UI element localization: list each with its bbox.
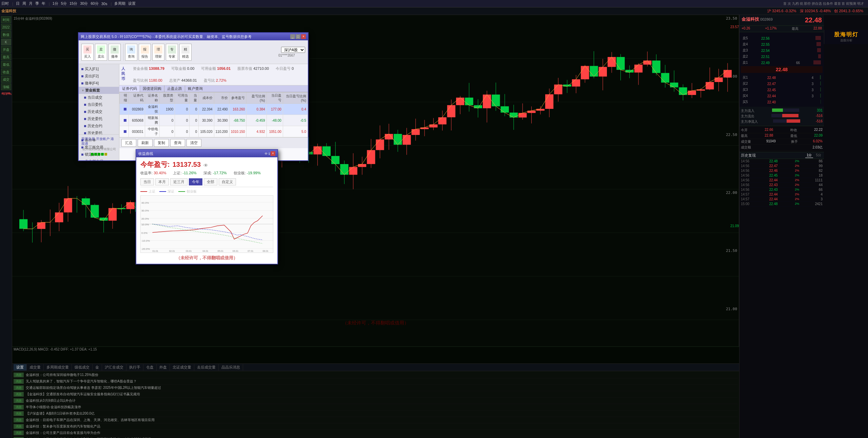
trading-dialog-title[interactable]: 网上股票交易系统 5.0 - 叶107(CO****57%) - 本委托系统提示… [79,33,308,40]
cell-name[interactable]: 明新旭腾 [145,115,159,126]
nav-hist-contract[interactable]: 历史合约 [79,122,119,130]
bid-1-price[interactable]: 22.48 [766,75,801,80]
profit-chart[interactable]: 40.0% 30.0% 20.0% 10.0% 0.0% -10.0% -20.… [140,195,273,253]
holdings-row[interactable]: 003031 中纺电子 0 0 0 105.020 110.200 1010.1… [120,126,308,137]
news-item[interactable]: 消息 金溢科技：目前电子车牌产品在深圳、上海、天津、河北雄安、吉林等地区有项目应… [14,417,738,423]
sidebar-high-btn[interactable]: 最高价22.88 [1,54,11,60]
hist-row[interactable]: 14:56 22.46 2% 82 [739,168,824,173]
toolbar-1min[interactable]: 1分 [53,1,58,6]
nav-sell[interactable]: 卖出[F2] [79,73,119,80]
news-item[interactable]: 消息 交通运输部鼓励指定场景自动驾驶从事者连 李彦宏: 2025年中国L2R以上… [14,385,738,391]
sidebar-time-btn[interactable]: 时间 [1,16,11,23]
close-profit-dialog-btn[interactable]: × [271,151,275,156]
buy-btn[interactable]: 买 买入 [81,44,94,61]
holdings-tab-account[interactable]: 账户查询 [185,85,205,92]
btab-zhixing[interactable]: 执行手 [126,364,143,371]
toolbar-quarter[interactable]: 季 [35,1,39,6]
btab-cheng2[interactable]: 外盘 [157,364,170,371]
holdings-tab-国债[interactable]: 国债逆回购 [140,85,164,92]
nav-cancel[interactable]: 撤单[F4] [79,80,119,87]
nav-north[interactable]: 北交所交易 [79,158,119,160]
hist-row[interactable]: 14:56 22.48 2% 86 [739,159,824,164]
bid-5-price[interactable]: 22.40 [766,99,801,105]
hist-row[interactable]: 14:57 22.44 2% 4 [739,192,824,197]
news-item[interactable]: 消息 【沪深盘谱】A股8月1日研外资净卖出200.0亿 [14,411,738,417]
holdings-tab-证券[interactable]: 证券代码 [119,85,140,92]
news-item[interactable]: 消息 金溢科技：公司持有深圳福华微电子11.25%股份 [14,372,738,378]
report-btn[interactable]: 报 报告 [139,44,151,61]
sidebar-2022-btn[interactable]: 2022 [1,24,11,31]
hist-row[interactable]: 14:56 22.43 2% 66 [739,187,824,192]
holdings-tab-stop[interactable]: 止盈止跌 [164,85,185,92]
profit-tab-custom[interactable]: 自定义 [219,178,236,185]
profit-tab-all[interactable]: 全部 [204,178,217,185]
sidebar-open-btn[interactable]: 开盘价22.66 [1,46,11,53]
minimize-btn[interactable]: _ [290,34,295,39]
refine-btn[interactable]: 精 精选 [179,44,192,61]
btab-chengzu[interactable]: 成交量 [27,364,44,371]
index-shanghai[interactable]: 沪 3245.6 -0.32% [767,8,796,14]
toolbar-5min[interactable]: 5分 [61,1,67,6]
sidebar-chg-btn[interactable]: 涨幅+1.17% [1,83,11,90]
nav-hist-trade[interactable]: 历史成交 [79,108,119,115]
profit-eye-icon[interactable]: 👁 [264,152,268,156]
profit-tab-3month[interactable]: 近三月 [170,178,188,185]
ask-1-price[interactable]: 22.49 [760,60,786,65]
toolbar-60min[interactable]: 60分 [91,1,98,6]
profit-tab-today[interactable]: 当日 [140,178,154,185]
nav-today-order[interactable]: 当日委托 [79,101,119,108]
news-item[interactable]: 消息 金溢科技：公司车端产品目前占有资产540.亿，股票累计540.亿，净资产2… [14,436,738,438]
close-trading-dialog-btn[interactable]: × [301,34,306,39]
sidebar-close-btn[interactable]: 收盘价22.48 [1,68,11,75]
index-shenzhen[interactable]: 深 10234.5 -0.48% [800,8,831,14]
expert-btn[interactable]: 专 专家 [166,44,178,61]
sidebar-vol-btn[interactable]: 成交量91049 [1,76,11,83]
cell-code[interactable]: 002869 [129,104,145,115]
news-item[interactable]: 消息 半导体小细股动·金溢科技跌幅及涨停 [14,404,738,411]
action-query[interactable]: 查询 [170,139,185,147]
hist-row[interactable]: 14:56 22.44 2% 1111 [739,178,824,183]
cancel-btn[interactable]: 撤 撤单 [108,44,121,61]
index-cyb[interactable]: 创 2041.3 -0.65% [834,8,863,14]
action-refresh[interactable]: 刷新 [138,139,153,147]
btab-multiperiod[interactable]: 多周期成交量 [44,364,72,371]
finance-btn[interactable]: 理 理财 [152,44,164,61]
hist-tab-1min[interactable]: 1分 [805,153,813,158]
news-item[interactable]: 消息 无人驾驶真的来了，智能汽车下一个争夺是汽车智能化，哪些A股会受益？ [14,378,738,385]
btab-zonghe[interactable]: 沪汇全成交 [102,364,126,371]
news-item[interactable]: 消息 金溢科技从0月到8日止0以外合计 [14,398,738,404]
btab-settings[interactable]: 设置 [14,364,27,371]
cell-code[interactable]: 605068 [129,115,145,126]
cell-name[interactable]: 中纺电子 [145,126,159,137]
nav-buy[interactable]: 买入[F1] [79,65,119,73]
news-item[interactable]: 消息 金溢科技：暂未参与百度新发布的汽车智能化产品 [14,423,738,430]
sidebar-low-btn[interactable]: 最低价22.09 [1,61,11,68]
sell-btn[interactable]: 卖 卖出 [95,44,107,61]
bid-2-price[interactable]: 22.47 [766,81,801,86]
link-open[interactable]: 股票交易 开放账户 港股通 [79,136,119,147]
btab-zhuguan[interactable]: 去后成交量 [194,364,219,371]
action-clear[interactable]: 清空 [186,139,201,147]
hist-tab-5min[interactable]: 5分 [814,153,823,158]
profit-dialog-title[interactable]: 收益曲线 👁 ℹ × [136,150,277,157]
btab-gold[interactable]: 金 [93,364,102,371]
nav-hist-order[interactable]: 历史委托 [79,115,119,122]
nav-today-trade[interactable]: 当日成交 [79,94,119,101]
ask-5-price[interactable]: 22.56 [760,36,786,41]
btab-waibu[interactable]: 仓盘 [143,364,157,371]
toolbar-30min[interactable]: 30分 [80,1,88,6]
toolbar-30s[interactable]: 30s [101,2,107,6]
holdings-row[interactable]: 605068 明新旭腾 0 0 0 30.390 30.390 -68.750 … [120,115,308,126]
sidebar-k-btn[interactable]: K [1,39,11,45]
toolbar-week[interactable]: 周 [22,1,26,6]
hist-row[interactable]: 14:56 22.43 2% 44 [739,183,824,187]
bid-4-price[interactable]: 22.44 [766,93,801,99]
ask-2-price[interactable]: 22.51 [760,54,786,59]
ask-3-price[interactable]: 22.54 [760,48,786,53]
toolbar-day[interactable]: 日 [16,1,20,6]
hist-row[interactable]: 14:57 22.44 2% 3 [739,197,824,202]
action-copy[interactable]: 复制 [154,139,169,147]
holdings-row[interactable]: 002869 金溢科技 1900 0 0 22.394 22.490 163.2… [120,104,308,115]
sidebar-day-btn[interactable]: 数值 [1,31,11,38]
btab-danjia[interactable]: 级低成交 [72,364,93,371]
